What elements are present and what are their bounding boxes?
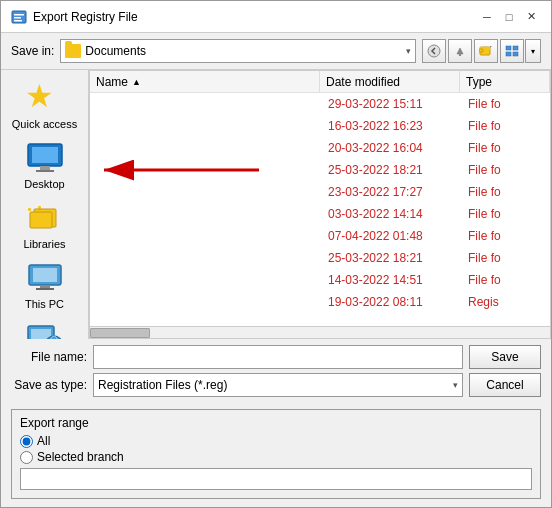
table-row[interactable]: 14-03-2022 14:51 File fo — [90, 269, 550, 291]
selected-branch-radio[interactable] — [20, 451, 33, 464]
table-row[interactable]: 03-03-2022 14:14 File fo — [90, 203, 550, 225]
file-cell-type: File fo — [462, 97, 548, 111]
this-pc-icon — [25, 260, 65, 296]
table-row[interactable]: 25-03-2022 18:21 File fo — [90, 159, 550, 181]
up-icon — [453, 44, 467, 58]
nav-view-button[interactable] — [500, 39, 524, 63]
column-header-date[interactable]: Date modified — [320, 71, 460, 92]
save-as-type-dropdown[interactable]: Registration Files (*.reg) ▾ — [93, 373, 463, 397]
sidebar-item-this-pc[interactable]: This PC — [5, 256, 85, 314]
network-icon — [25, 320, 65, 339]
table-row[interactable]: 16-03-2022 16:23 File fo — [90, 115, 550, 137]
nav-back-button[interactable] — [422, 39, 446, 63]
scrollbar[interactable] — [90, 326, 550, 338]
svg-rect-8 — [479, 49, 483, 52]
file-cell-type: File fo — [462, 207, 548, 221]
table-row[interactable]: 20-03-2022 16:04 File fo — [90, 137, 550, 159]
svg-rect-20 — [28, 208, 31, 211]
file-cell-type: File fo — [462, 141, 548, 155]
svg-rect-2 — [14, 17, 21, 19]
sidebar-item-label-desktop: Desktop — [24, 178, 64, 190]
svg-rect-10 — [513, 46, 518, 50]
file-list-body[interactable]: 29-03-2022 15:11 File fo 16-03-2022 16:2… — [90, 93, 550, 326]
sidebar-item-libraries[interactable]: Libraries — [5, 196, 85, 254]
export-range-section: Export range All Selected branch — [1, 403, 551, 507]
all-radio-label[interactable]: All — [37, 434, 50, 448]
column-header-type[interactable]: Type — [460, 71, 550, 92]
dialog-title: Export Registry File — [33, 10, 138, 24]
file-cell-date: 03-03-2022 14:14 — [322, 207, 462, 221]
file-cell-type: Regis — [462, 295, 548, 309]
title-bar-controls: ─ □ ✕ — [477, 8, 541, 26]
title-bar: Export Registry File ─ □ ✕ — [1, 1, 551, 33]
nav-view-more-button[interactable]: ▾ — [525, 39, 541, 63]
export-registry-dialog: Export Registry File ─ □ ✕ Save in: Docu… — [0, 0, 552, 508]
file-cell-date: 29-03-2022 15:11 — [322, 97, 462, 111]
maximize-button[interactable]: □ — [499, 8, 519, 26]
view-icon — [505, 44, 519, 58]
svg-rect-24 — [36, 288, 54, 290]
back-icon — [427, 44, 441, 58]
sort-arrow: ▲ — [132, 77, 141, 87]
save-as-type-label: Save as type: — [11, 378, 87, 392]
save-in-dropdown-inner: Documents — [65, 44, 146, 58]
file-cell-date: 20-03-2022 16:04 — [322, 141, 462, 155]
file-list-header: Name ▲ Date modified Type — [90, 71, 550, 93]
save-button[interactable]: Save — [469, 345, 541, 369]
svg-point-4 — [428, 45, 440, 57]
bottom-form: File name: Save Save as type: Registrati… — [1, 339, 551, 403]
save-in-label: Save in: — [11, 44, 54, 58]
sidebar-item-desktop[interactable]: Desktop — [5, 136, 85, 194]
sidebar-item-label-this-pc: This PC — [25, 298, 64, 310]
svg-rect-22 — [33, 268, 57, 282]
toolbar: Save in: Documents ▾ — [1, 33, 551, 69]
table-row[interactable]: 07-04-2022 01:48 File fo — [90, 225, 550, 247]
quick-access-icon: ★ — [25, 80, 65, 116]
file-cell-type: File fo — [462, 185, 548, 199]
save-in-dropdown[interactable]: Documents ▾ — [60, 39, 416, 63]
export-range-box: Export range All Selected branch — [11, 409, 541, 499]
nav-up-button[interactable] — [448, 39, 472, 63]
svg-rect-16 — [36, 170, 54, 172]
svg-rect-12 — [513, 52, 518, 56]
file-cell-type: File fo — [462, 119, 548, 133]
sidebar-item-label-quick-access: Quick access — [12, 118, 77, 130]
table-row[interactable]: 29-03-2022 15:11 File fo — [90, 93, 550, 115]
svg-rect-1 — [14, 14, 24, 16]
recent-icon — [479, 44, 493, 58]
minimize-button[interactable]: ─ — [477, 8, 497, 26]
sidebar-item-label-libraries: Libraries — [23, 238, 65, 250]
cancel-button[interactable]: Cancel — [469, 373, 541, 397]
registry-icon — [11, 9, 27, 25]
table-row[interactable]: 25-03-2022 18:21 File fo — [90, 247, 550, 269]
svg-rect-26 — [31, 329, 51, 339]
selected-branch-label[interactable]: Selected branch — [37, 450, 124, 464]
sidebar: ★ Quick access Desktop — [1, 70, 89, 339]
file-cell-date: 07-04-2022 01:48 — [322, 229, 462, 243]
file-cell-date: 14-03-2022 14:51 — [322, 273, 462, 287]
save-in-arrow: ▾ — [406, 46, 411, 56]
branch-input[interactable] — [20, 468, 532, 490]
file-cell-date: 19-03-2022 08:11 — [322, 295, 462, 309]
sidebar-item-network[interactable]: Network — [5, 316, 85, 339]
svg-rect-3 — [14, 20, 22, 22]
file-cell-date: 25-03-2022 18:21 — [322, 163, 462, 177]
file-cell-type: File fo — [462, 163, 548, 177]
scrollbar-thumb[interactable] — [90, 328, 150, 338]
file-cell-type: File fo — [462, 273, 548, 287]
sidebar-item-quick-access[interactable]: ★ Quick access — [5, 76, 85, 134]
table-row[interactable]: 19-03-2022 08:11 Regis — [90, 291, 550, 313]
table-row[interactable]: 23-03-2022 17:27 File fo — [90, 181, 550, 203]
save-in-value: Documents — [85, 44, 146, 58]
title-bar-left: Export Registry File — [11, 9, 138, 25]
file-name-row: File name: Save — [11, 345, 541, 369]
all-radio[interactable] — [20, 435, 33, 448]
column-header-name[interactable]: Name ▲ — [90, 71, 320, 92]
nav-buttons: ▾ — [422, 39, 541, 63]
file-name-input[interactable] — [93, 345, 463, 369]
nav-recent-button[interactable] — [474, 39, 498, 63]
file-cell-date: 23-03-2022 17:27 — [322, 185, 462, 199]
close-button[interactable]: ✕ — [521, 8, 541, 26]
file-list-area: Name ▲ Date modified Type 29-03-2022 15:… — [89, 70, 551, 339]
save-as-type-row: Save as type: Registration Files (*.reg)… — [11, 373, 541, 397]
